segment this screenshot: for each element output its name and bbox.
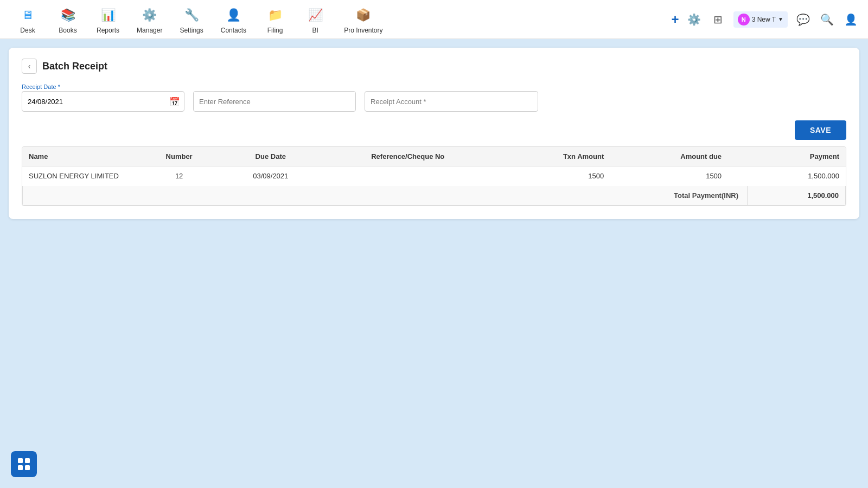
- books-icon: 📚: [58, 5, 78, 25]
- manager-icon: ⚙️: [139, 5, 160, 25]
- table-header-row: Name Number Due Date Reference/Cheque No…: [22, 147, 846, 166]
- col-header-txn-amount: Txn Amount: [493, 147, 610, 166]
- bottom-apps-badge[interactable]: [11, 451, 37, 477]
- chevron-down-icon: ▼: [778, 16, 783, 22]
- back-arrow-icon: ‹: [28, 62, 31, 70]
- company-avatar: N: [738, 14, 750, 25]
- col-header-payment: Payment: [728, 147, 846, 166]
- nav-label-contacts: Contacts: [221, 27, 246, 34]
- svg-rect-1: [25, 458, 30, 463]
- cell-amount-due: 1500: [610, 166, 728, 186]
- nav-items: 🖥 Desk 📚 Books 📊 Reports ⚙️ Manager 🔧 Se…: [9, 2, 672, 37]
- nav-item-contacts[interactable]: 👤 Contacts: [213, 2, 254, 37]
- cell-name: SUZLON ENERGY LIMITED: [22, 166, 140, 186]
- nav-item-bi[interactable]: 📈 BI: [296, 2, 334, 37]
- apps-grid-icon[interactable]: ⊞: [710, 11, 727, 28]
- topnav-right: + ⚙️ ⊞ N 3 New T ▼ 💬 🔍 👤: [672, 11, 859, 28]
- col-header-amount-due: Amount due: [610, 147, 728, 166]
- cell-number: 12: [140, 166, 219, 186]
- cell-payment: 1,500.000: [728, 166, 846, 186]
- batch-receipt-table: Name Number Due Date Reference/Cheque No…: [22, 147, 846, 185]
- notification-icon[interactable]: 💬: [794, 11, 812, 28]
- nav-item-reports[interactable]: 📊 Reports: [89, 2, 127, 37]
- form-row: Receipt Date * 📅 Ref Account: [22, 84, 846, 112]
- receipt-date-field: Receipt Date * 📅: [22, 84, 184, 112]
- page-title: Batch Receipt: [42, 61, 107, 72]
- svg-rect-0: [18, 458, 23, 463]
- date-wrapper: 📅: [22, 91, 184, 112]
- nav-item-settings[interactable]: 🔧 Settings: [172, 2, 210, 37]
- nav-label-desk: Desk: [20, 27, 35, 34]
- back-button[interactable]: ‹: [22, 59, 37, 74]
- save-button[interactable]: SAVE: [795, 120, 846, 140]
- total-payment-row: Total Payment(INR) 1,500.000: [22, 186, 846, 206]
- nav-label-settings: Settings: [180, 27, 203, 34]
- contacts-icon: 👤: [223, 5, 244, 25]
- col-header-name: Name: [22, 147, 140, 166]
- svg-rect-2: [18, 465, 23, 470]
- top-navigation: 🖥 Desk 📚 Books 📊 Reports ⚙️ Manager 🔧 Se…: [0, 0, 868, 39]
- nav-item-manager[interactable]: ⚙️ Manager: [129, 2, 170, 37]
- nav-label-manager: Manager: [137, 27, 162, 34]
- col-header-ref-cheque: Reference/Cheque No: [323, 147, 493, 166]
- nav-label-reports: Reports: [97, 27, 119, 34]
- reports-icon: 📊: [98, 5, 118, 25]
- card-header: ‹ Batch Receipt: [22, 59, 846, 74]
- nav-item-filing[interactable]: 📁 Filing: [256, 2, 294, 37]
- search-icon[interactable]: 🔍: [818, 11, 835, 28]
- nav-label-filing: Filing: [267, 27, 283, 34]
- receipt-account-input[interactable]: [365, 91, 538, 112]
- total-payment-label: Total Payment(INR): [23, 186, 748, 205]
- data-table-container: Name Number Due Date Reference/Cheque No…: [22, 146, 846, 206]
- col-header-due-date: Due Date: [218, 147, 323, 166]
- gear-icon[interactable]: ⚙️: [686, 11, 703, 28]
- reference-field: Ref: [193, 84, 356, 112]
- nav-item-pro-inventory[interactable]: 📦 Pro Inventory: [336, 2, 390, 37]
- svg-rect-3: [25, 465, 30, 470]
- batch-receipt-card: ‹ Batch Receipt Receipt Date * 📅 Ref Acc…: [9, 48, 859, 219]
- receipt-date-label: Receipt Date *: [22, 84, 184, 90]
- company-name: 3 New T: [752, 16, 776, 23]
- settings-icon: 🔧: [181, 5, 202, 25]
- bi-icon: 📈: [305, 5, 326, 25]
- total-payment-value: 1,500.000: [748, 186, 845, 205]
- desk-icon: 🖥: [17, 5, 38, 25]
- nav-item-desk[interactable]: 🖥 Desk: [9, 2, 47, 37]
- grid-icon: [16, 457, 31, 472]
- receipt-date-input[interactable]: [22, 91, 184, 112]
- add-button[interactable]: +: [672, 12, 679, 27]
- reference-input[interactable]: [193, 91, 356, 112]
- col-header-number: Number: [140, 147, 219, 166]
- cell-due-date: 03/09/2021: [218, 166, 323, 186]
- receipt-account-field: Account: [365, 84, 538, 112]
- nav-label-pro-inventory: Pro Inventory: [344, 27, 382, 34]
- save-row: SAVE: [22, 120, 846, 140]
- nav-item-books[interactable]: 📚 Books: [49, 2, 87, 37]
- cell-ref-cheque: [323, 166, 493, 186]
- pro-inventory-icon: 📦: [353, 5, 374, 25]
- table-row: SUZLON ENERGY LIMITED 12 03/09/2021 1500…: [22, 166, 846, 186]
- nav-label-bi: BI: [312, 27, 318, 34]
- calendar-icon[interactable]: 📅: [169, 97, 180, 107]
- filing-icon: 📁: [265, 5, 285, 25]
- main-content: ‹ Batch Receipt Receipt Date * 📅 Ref Acc…: [0, 39, 868, 488]
- cell-txn-amount: 1500: [493, 166, 610, 186]
- nav-label-books: Books: [59, 27, 76, 34]
- company-selector[interactable]: N 3 New T ▼: [733, 11, 788, 28]
- user-icon[interactable]: 👤: [842, 11, 859, 28]
